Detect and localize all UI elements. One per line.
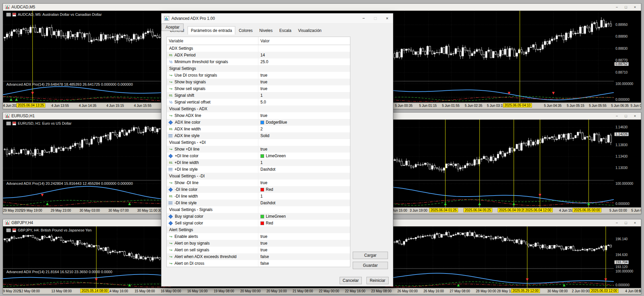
param-row[interactable]: ADX line colorDodgerBlue bbox=[167, 119, 350, 126]
close-icon[interactable]: × bbox=[631, 220, 639, 225]
param-name-cell: ↪Alert on DI cross bbox=[167, 260, 258, 267]
param-value-cell[interactable]: 5.0 bbox=[258, 99, 350, 105]
minimize-icon[interactable]: − bbox=[613, 113, 621, 119]
param-row[interactable]: ↪Alert on sell signalstrue bbox=[167, 247, 350, 253]
section-row[interactable]: Visual Settings - +DI bbox=[167, 139, 350, 146]
section-row[interactable]: ADX Settings bbox=[167, 45, 350, 52]
param-row[interactable]: ½Minimum threshold for signals25.0 bbox=[167, 58, 350, 65]
color-swatch bbox=[260, 215, 264, 218]
param-value-cell[interactable]: false bbox=[258, 260, 350, 267]
time-label: 5 Jun 04:35 bbox=[544, 104, 561, 108]
param-value-cell[interactable]: Red bbox=[258, 186, 350, 193]
param-row[interactable]: ↪Show -DI linetrue bbox=[167, 179, 350, 186]
price-axis[interactable]: 0.889500.888900.888300.887700.887100.887… bbox=[614, 11, 641, 102]
tab-niveles[interactable]: Niveles bbox=[256, 27, 276, 35]
price-axis[interactable]: 1.146301.138301.134301.130301.14226100.0… bbox=[614, 120, 641, 207]
param-value-cell[interactable]: 14 bbox=[258, 52, 350, 58]
param-value-cell[interactable]: 1 bbox=[258, 159, 350, 166]
param-value-cell[interactable]: 1 bbox=[258, 193, 350, 200]
param-row[interactable]: 01ADX Period14 bbox=[167, 52, 350, 58]
price-axis[interactable]: 196.140194.630193.120193.704100.0000000.… bbox=[614, 226, 641, 288]
time-label: 20 May 00:00 bbox=[240, 289, 261, 293]
param-value-cell[interactable]: DodgerBlue bbox=[258, 119, 350, 126]
section-row[interactable]: Signal Settings bbox=[167, 65, 350, 72]
param-row[interactable]: Sell signal colorRed bbox=[167, 220, 350, 226]
bool-param-icon: ↪ bbox=[168, 73, 173, 78]
param-value-cell[interactable]: true bbox=[258, 240, 350, 247]
param-value-cell[interactable]: LimeGreen bbox=[258, 213, 350, 220]
buy-arrow bbox=[128, 203, 131, 205]
maximize-icon[interactable]: □ bbox=[369, 13, 381, 23]
param-value-cell[interactable]: 25.0 bbox=[258, 58, 350, 65]
tab-escala[interactable]: Escala bbox=[276, 27, 295, 35]
param-row[interactable]: ↪Show buy signalstrue bbox=[167, 79, 350, 85]
param-row[interactable]: 01ADX line width2 bbox=[167, 126, 350, 132]
section-row[interactable]: Visual Settings - Signals bbox=[167, 206, 350, 213]
param-row[interactable]: ↪Alert on DI crossfalse bbox=[167, 260, 350, 267]
window-buttons: −□× bbox=[613, 113, 639, 119]
param-row[interactable]: ADX line styleSolid bbox=[167, 132, 350, 139]
dialog-titlebar[interactable]: Advanced ADX Pro 1.00 − □ × bbox=[161, 13, 393, 24]
param-row[interactable]: ↪Alert on buy signalstrue bbox=[167, 240, 350, 247]
tab-visualizacion[interactable]: Visualización bbox=[295, 27, 325, 35]
param-value-cell[interactable]: false bbox=[258, 253, 350, 260]
param-row[interactable]: ↪Show sell signalstrue bbox=[167, 85, 350, 92]
window-titlebar[interactable]: AUDCAD,M5−□× bbox=[3, 4, 641, 11]
reiniciar-button[interactable]: Reiniciar bbox=[366, 277, 389, 284]
maximize-icon[interactable]: □ bbox=[622, 113, 630, 119]
param-row[interactable]: -DI line styleDashdot bbox=[167, 200, 350, 206]
param-row[interactable]: 01Signal shift1 bbox=[167, 92, 350, 99]
section-row[interactable]: Alert Settings bbox=[167, 226, 350, 233]
param-row[interactable]: +DI line styleDashdot bbox=[167, 166, 350, 173]
param-value-cell[interactable]: true bbox=[258, 79, 350, 85]
time-label: 20 May 16:00 bbox=[266, 289, 287, 293]
param-value-cell[interactable]: Red bbox=[258, 220, 350, 226]
param-row[interactable]: ↪Alert when ADX exceeds thresholdfalse bbox=[167, 253, 350, 260]
param-row[interactable]: ↪Show +DI linetrue bbox=[167, 146, 350, 153]
param-value-cell[interactable]: 1 bbox=[258, 92, 350, 99]
param-value-cell bbox=[258, 65, 350, 72]
param-value-cell[interactable]: 2 bbox=[258, 126, 350, 132]
param-row[interactable]: +DI line colorLimeGreen bbox=[167, 153, 350, 159]
close-icon[interactable]: × bbox=[631, 4, 639, 10]
time-label: 21 May 08:00 bbox=[293, 289, 313, 293]
param-value-cell[interactable]: true bbox=[258, 233, 350, 240]
guardar-button[interactable]: Guardar bbox=[353, 262, 388, 269]
tab-parametros-de-entrada[interactable]: Parámetros de entrada bbox=[188, 26, 236, 35]
param-value-cell[interactable]: Dashdot bbox=[258, 200, 350, 206]
param-name: Sell signal color bbox=[175, 221, 203, 225]
maximize-icon[interactable]: □ bbox=[622, 220, 630, 225]
minimize-icon[interactable]: − bbox=[613, 220, 621, 225]
param-row[interactable]: -DI line colorRed bbox=[167, 186, 350, 193]
param-value-cell[interactable]: true bbox=[258, 146, 350, 153]
param-value-cell[interactable]: Dashdot bbox=[258, 166, 350, 173]
param-row[interactable]: 01-DI line width1 bbox=[167, 193, 350, 200]
param-value-cell[interactable]: true bbox=[258, 85, 350, 92]
param-row[interactable]: ↪Use DI cross for signalstrue bbox=[167, 72, 350, 79]
param-name: Alert on sell signals bbox=[175, 248, 209, 252]
param-value-cell[interactable]: Solid bbox=[258, 132, 350, 139]
tab-colores[interactable]: Colores bbox=[235, 27, 256, 35]
aceptar-button[interactable]: Aceptar bbox=[161, 24, 184, 31]
param-row[interactable]: Buy signal colorLimeGreen bbox=[167, 213, 350, 220]
cancelar-button[interactable]: Cancelar bbox=[340, 277, 362, 284]
minimize-icon[interactable]: − bbox=[358, 13, 369, 23]
param-value-cell[interactable]: true bbox=[258, 179, 350, 186]
highlighted-time-label: 2025.06.05 04:10 bbox=[503, 103, 532, 108]
cargar-button[interactable]: Cargar bbox=[353, 252, 388, 259]
minimize-icon[interactable]: − bbox=[613, 4, 621, 10]
close-icon[interactable]: × bbox=[381, 13, 393, 23]
param-value-cell[interactable]: true bbox=[258, 247, 350, 253]
maximize-icon[interactable]: □ bbox=[622, 4, 630, 10]
param-row[interactable]: ↪Show ADX linetrue bbox=[167, 112, 350, 119]
param-value-cell[interactable]: LimeGreen bbox=[258, 153, 350, 159]
time-axis[interactable]: 9 May 202512 May 08:0013 May 08:0014 May… bbox=[3, 288, 641, 294]
section-row[interactable]: Visual Settings - -DI bbox=[167, 173, 350, 179]
param-value-cell[interactable]: true bbox=[258, 72, 350, 79]
close-icon[interactable]: × bbox=[631, 113, 639, 119]
section-row[interactable]: Visual Settings - ADX bbox=[167, 105, 350, 112]
param-value-cell[interactable]: true bbox=[258, 112, 350, 119]
param-row[interactable]: ½Signal vertical offset5.0 bbox=[167, 99, 350, 105]
param-row[interactable]: ↪Enable alertstrue bbox=[167, 233, 350, 240]
param-row[interactable]: 01+DI line width1 bbox=[167, 159, 350, 166]
